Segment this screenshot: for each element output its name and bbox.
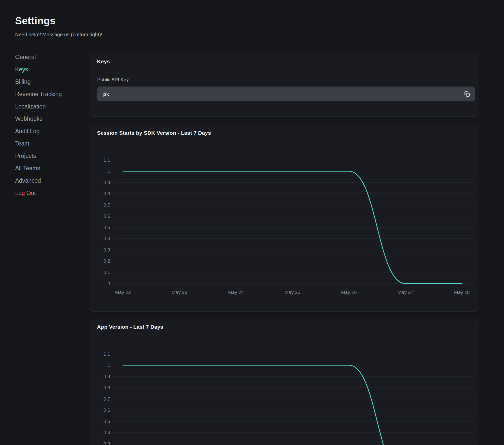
svg-text:0.6: 0.6 [104,213,110,219]
svg-text:May 22: May 22 [115,290,131,295]
svg-text:0.3: 0.3 [104,247,110,253]
svg-text:May 25: May 25 [285,290,300,295]
svg-text:0.6: 0.6 [104,407,110,413]
sdk-version-line-chart: 00.10.20.30.40.50.60.70.80.911.1May 22Ma… [89,141,479,312]
y-axis-labels: 00.10.20.30.40.50.60.70.80.911.1 [104,351,110,445]
sidebar-item-log-out[interactable]: Log Out [15,190,62,197]
y-axis-labels: 00.10.20.30.40.50.60.70.80.911.1 [104,157,110,286]
app-version-chart-card: App Version - Last 7 Days 00.10.20.30.40… [89,319,479,445]
page-title: Settings [15,15,55,26]
sidebar-item-general[interactable]: General [15,54,62,61]
svg-text:May 28: May 28 [454,290,470,295]
sdk-version-chart-title: Session Starts by SDK Version - Last 7 D… [97,130,211,136]
page-subtitle: Need help? Message us (bottom right)! [15,32,102,38]
svg-text:0.9: 0.9 [104,180,110,185]
sidebar-item-audit-log[interactable]: Audit Log [15,128,62,135]
svg-text:1: 1 [107,169,110,174]
svg-text:0.8: 0.8 [104,385,110,390]
svg-text:0.7: 0.7 [104,202,110,208]
sidebar-item-team[interactable]: Team [15,140,62,147]
sidebar-item-localization[interactable]: Localization [15,103,62,110]
app-version-chart-title: App Version - Last 7 Days [97,324,163,330]
svg-text:0.1: 0.1 [104,270,110,275]
svg-text:1.1: 1.1 [104,157,110,163]
keys-card: Keys Public API Key [89,53,479,117]
app-version-line-chart: 00.10.20.30.40.50.60.70.80.911.1May 22Ma… [89,335,479,445]
svg-text:May 27: May 27 [398,290,413,295]
sidebar-item-projects[interactable]: Projects [15,153,62,159]
copy-api-key-button[interactable] [463,90,471,98]
keys-card-body: Public API Key [89,70,479,101]
public-api-key-field [97,87,475,101]
y-gridlines [113,354,473,445]
keys-card-title: Keys [97,59,110,65]
svg-text:May 26: May 26 [341,290,357,295]
svg-text:0.5: 0.5 [104,419,110,424]
app-version-chart-header: App Version - Last 7 Days [89,319,479,335]
sidebar-item-billing[interactable]: Billing [15,78,62,85]
public-api-key-input[interactable] [97,87,475,101]
svg-text:0.7: 0.7 [104,396,110,402]
sidebar-item-advanced[interactable]: Advanced [15,177,62,184]
svg-text:0: 0 [107,281,110,286]
svg-text:1: 1 [107,363,110,368]
sidebar-item-revenue-tracking[interactable]: Revenue Tracking [15,91,62,98]
svg-text:0.8: 0.8 [104,191,110,196]
sdk-version-chart-card: Session Starts by SDK Version - Last 7 D… [89,125,479,312]
sdk-version-chart-header: Session Starts by SDK Version - Last 7 D… [89,125,479,141]
svg-text:1.1: 1.1 [104,351,110,357]
svg-text:0.2: 0.2 [104,258,110,264]
x-axis-labels: May 22May 23May 24May 25May 26May 27May … [115,290,470,295]
y-gridlines [113,160,473,284]
keys-card-header: Keys [89,53,479,70]
svg-text:0.9: 0.9 [104,374,110,379]
public-api-key-label: Public API Key [97,77,475,82]
svg-text:May 24: May 24 [228,290,244,295]
svg-text:0.3: 0.3 [104,441,110,445]
settings-sidebar: GeneralKeysBillingRevenue TrackingLocali… [15,54,62,197]
svg-text:May 23: May 23 [172,290,187,295]
sidebar-item-keys[interactable]: Keys [15,66,62,73]
svg-text:0.5: 0.5 [104,225,110,230]
series-line-app-version [123,365,462,445]
svg-text:0.4: 0.4 [104,236,110,241]
svg-text:0.4: 0.4 [104,430,110,435]
sidebar-item-webhooks[interactable]: Webhooks [15,116,62,122]
copy-icon [464,91,470,97]
sidebar-item-all-teams[interactable]: All Teams [15,165,62,172]
